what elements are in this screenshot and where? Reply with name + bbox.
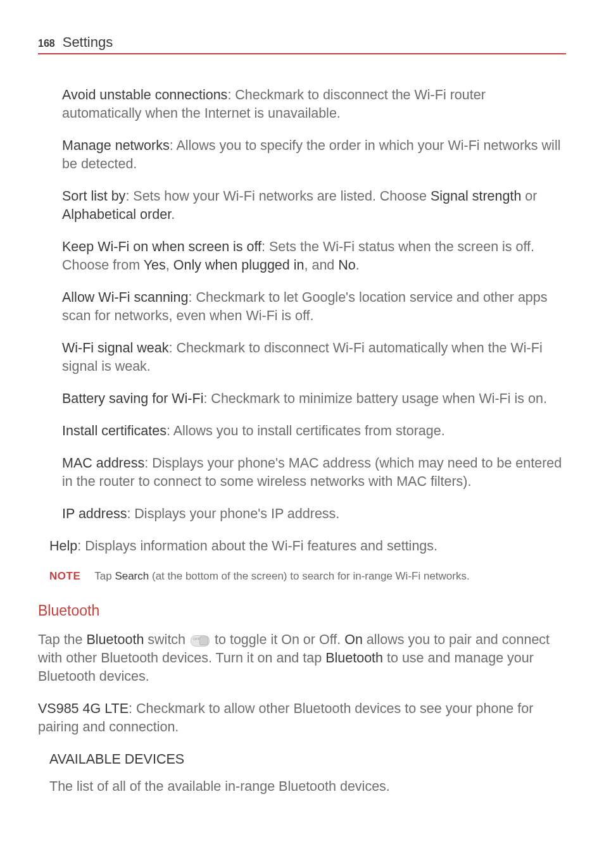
section-bluetooth-heading: Bluetooth: [38, 602, 566, 619]
note-bold: Search: [115, 570, 149, 582]
option-alphabetical: Alphabetical order: [62, 207, 171, 222]
page-number: 168: [38, 38, 55, 49]
text-and: , and: [304, 257, 338, 273]
setting-allow-scanning: Allow Wi-Fi scanning: Checkmark to let G…: [62, 288, 566, 325]
setting-install-certs: Install certificates: Allows you to inst…: [62, 422, 566, 440]
note-pre: Tap: [94, 570, 115, 582]
option-no: No: [338, 257, 355, 273]
setting-label: Manage networks: [62, 138, 170, 153]
option-signal-strength: Signal strength: [431, 189, 521, 204]
setting-manage-networks: Manage networks: Allows you to specify t…: [62, 137, 566, 173]
setting-desc: : Allows you to install certificates fro…: [167, 423, 445, 438]
text-end: .: [171, 207, 175, 222]
bluetooth-intro: Tap the Bluetooth switch OFF to toggle i…: [38, 631, 566, 686]
setting-label: Battery saving for Wi-Fi: [62, 391, 203, 406]
setting-desc: : Displays information about the Wi-Fi f…: [77, 538, 437, 554]
text-or: or: [521, 189, 537, 204]
setting-label: Keep Wi-Fi on when screen is off: [62, 239, 261, 254]
text: switch: [144, 632, 189, 647]
setting-avoid-unstable: Avoid unstable connections: Checkmark to…: [62, 86, 566, 123]
setting-label: Help: [49, 538, 77, 554]
page-root: 168 Settings Avoid unstable connections:…: [0, 0, 604, 846]
setting-label: Install certificates: [62, 423, 167, 438]
setting-keep-wifi-on: Keep Wi-Fi on when screen is off: Sets t…: [62, 238, 566, 275]
setting-vs985: VS985 4G LTE: Checkmark to allow other B…: [38, 700, 566, 736]
on-label: On: [344, 632, 363, 647]
setting-help: Help: Displays information about the Wi-…: [49, 537, 566, 555]
text: Tap the: [38, 632, 87, 647]
note-post: (at the bottom of the screen) to search …: [149, 570, 469, 582]
setting-text: : Sets how your Wi-Fi networks are liste…: [125, 189, 431, 204]
text-comma: ,: [166, 257, 173, 273]
available-devices-heading: AVAILABLE DEVICES: [49, 752, 566, 767]
note-label: NOTE: [49, 570, 80, 582]
bluetooth-label: Bluetooth: [87, 632, 144, 647]
setting-label: MAC address: [62, 456, 144, 471]
setting-mac-address: MAC address: Displays your phone's MAC a…: [62, 454, 566, 491]
header-title: Settings: [63, 34, 113, 51]
available-devices-desc: The list of all of the available in-rang…: [49, 778, 566, 796]
setting-label: Wi-Fi signal weak: [62, 340, 168, 356]
text-end: .: [356, 257, 360, 273]
page-header: 168 Settings: [38, 34, 566, 54]
option-yes: Yes: [144, 257, 166, 273]
switch-off-text: OFF: [193, 637, 200, 642]
setting-desc: : Displays your phone's IP address.: [127, 506, 339, 521]
setting-label: Allow Wi-Fi scanning: [62, 290, 189, 305]
setting-label: VS985 4G LTE: [38, 701, 129, 716]
setting-desc: : Checkmark to minimize battery usage wh…: [203, 391, 546, 406]
setting-signal-weak: Wi-Fi signal weak: Checkmark to disconne…: [62, 339, 566, 376]
setting-ip-address: IP address: Displays your phone's IP add…: [62, 505, 566, 523]
setting-label: Sort list by: [62, 189, 125, 204]
setting-label: IP address: [62, 506, 127, 521]
bluetooth-label-2: Bluetooth: [325, 650, 383, 666]
option-only-plugged: Only when plugged in: [173, 257, 305, 273]
setting-label: Avoid unstable connections: [62, 87, 227, 102]
text: to toggle it On or Off.: [211, 632, 344, 647]
setting-battery-saving: Battery saving for Wi-Fi: Checkmark to m…: [62, 390, 566, 408]
toggle-switch-icon: OFF: [191, 635, 210, 647]
setting-sort-list-by: Sort list by: Sets how your Wi-Fi networ…: [62, 187, 566, 224]
note-row: NOTETap Search (at the bottom of the scr…: [49, 569, 566, 583]
